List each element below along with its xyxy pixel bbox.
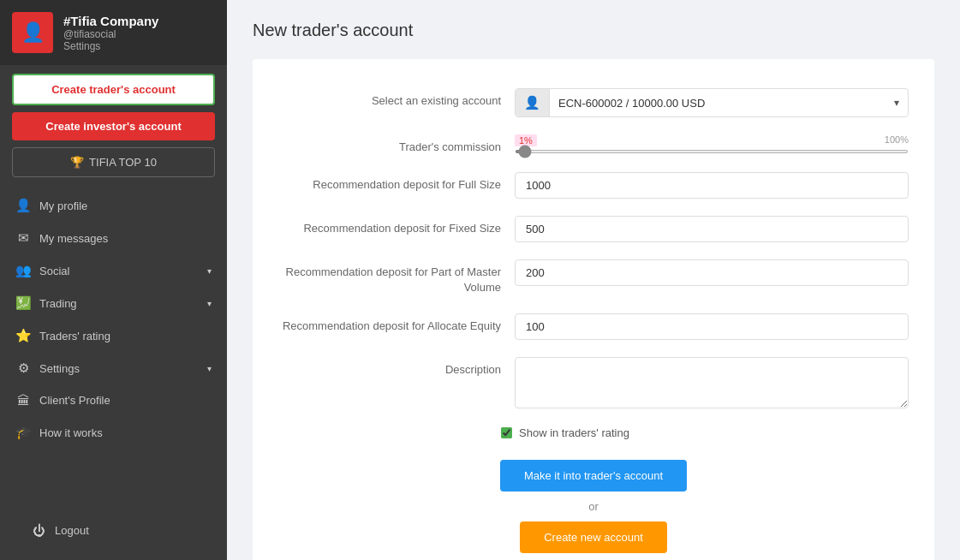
main-content: New trader's account Select an existing … bbox=[227, 0, 960, 560]
description-field bbox=[515, 357, 909, 411]
sidebar-item-social[interactable]: 👥 Social ▾ bbox=[0, 254, 227, 287]
settings-link[interactable]: Settings bbox=[63, 40, 158, 52]
profile-icon: 👤 bbox=[15, 198, 31, 213]
avatar-icon: 👤 bbox=[21, 21, 45, 44]
sidebar: 👤 #Tifia Company @tifiasocial Settings C… bbox=[0, 0, 227, 560]
select-account-label: Select an existing account bbox=[278, 88, 501, 109]
rec-part-master-row: Recommendation deposit for Part of Maste… bbox=[253, 251, 934, 304]
social-icon: 👥 bbox=[15, 263, 31, 278]
account-user-icon: 👤 bbox=[516, 89, 550, 116]
sidebar-item-label: My profile bbox=[39, 200, 87, 212]
select-account-wrap: 👤 ECN-600002 / 10000.00 USD ▾ bbox=[515, 88, 909, 117]
sidebar-footer: ⏻ Logout bbox=[0, 506, 227, 560]
trophy-icon: 🏆 bbox=[70, 156, 84, 169]
rec-part-master-label: Recommendation deposit for Part of Maste… bbox=[278, 259, 501, 295]
commission-label: Trader's commission bbox=[278, 134, 501, 155]
sidebar-item-label: Trading bbox=[39, 297, 77, 310]
avatar: 👤 bbox=[12, 12, 53, 53]
description-textarea[interactable] bbox=[515, 357, 909, 408]
description-label: Description bbox=[278, 357, 501, 378]
sidebar-item-label: My messages bbox=[39, 232, 108, 245]
sidebar-item-my-messages[interactable]: ✉ My messages bbox=[0, 222, 227, 254]
how-icon: 🎓 bbox=[15, 425, 31, 440]
chevron-down-icon: ▾ bbox=[207, 299, 212, 308]
rec-full-size-field bbox=[515, 172, 909, 199]
rating-icon: ⭐ bbox=[15, 328, 31, 343]
username: @tifiasocial bbox=[63, 28, 158, 40]
sidebar-item-clients-profile[interactable]: 🏛 Client's Profile bbox=[0, 384, 227, 416]
rec-fixed-size-label: Recommendation deposit for Fixed Size bbox=[278, 216, 501, 236]
sidebar-item-how-it-works[interactable]: 🎓 How it works bbox=[0, 416, 227, 449]
action-area: Make it into trader's account or Create … bbox=[253, 446, 934, 560]
rec-full-size-row: Recommendation deposit for Full Size bbox=[253, 164, 934, 207]
description-row: Description bbox=[253, 349, 934, 420]
create-investor-button[interactable]: Create investor's account bbox=[12, 112, 215, 140]
rec-allocate-equity-input[interactable] bbox=[515, 313, 909, 340]
rec-allocate-equity-label: Recommendation deposit for Allocate Equi… bbox=[278, 313, 501, 334]
messages-icon: ✉ bbox=[15, 230, 31, 246]
sidebar-item-settings[interactable]: ⚙ Settings ▾ bbox=[0, 352, 227, 384]
tifia-top-label: TIFIA TOP 10 bbox=[89, 156, 157, 169]
sidebar-item-label: Client's Profile bbox=[39, 394, 110, 407]
tifia-top-button[interactable]: 🏆 TIFIA TOP 10 bbox=[12, 147, 215, 177]
rec-allocate-equity-field bbox=[515, 313, 909, 340]
rec-fixed-size-row: Recommendation deposit for Fixed Size bbox=[253, 207, 934, 251]
sidebar-item-traders-rating[interactable]: ⭐ Traders' rating bbox=[0, 319, 227, 352]
rec-part-master-field bbox=[515, 259, 909, 286]
commission-slider[interactable] bbox=[515, 150, 909, 153]
form-card: Select an existing account 👤 ECN-600002 … bbox=[253, 59, 934, 560]
logout-item[interactable]: ⏻ Logout bbox=[15, 515, 212, 546]
rec-full-size-label: Recommendation deposit for Full Size bbox=[278, 172, 501, 193]
make-trader-button[interactable]: Make it into trader's account bbox=[500, 460, 687, 491]
chevron-down-icon: ▾ bbox=[207, 266, 212, 276]
logout-label: Logout bbox=[55, 524, 89, 537]
sidebar-item-label: Traders' rating bbox=[39, 330, 110, 343]
rec-full-size-input[interactable] bbox=[515, 172, 909, 199]
sidebar-item-label: How it works bbox=[39, 426, 103, 439]
show-rating-checkbox[interactable] bbox=[501, 427, 512, 438]
create-trader-button[interactable]: Create trader's account bbox=[12, 74, 215, 105]
select-account-field: 👤 ECN-600002 / 10000.00 USD ▾ bbox=[515, 88, 909, 117]
clients-icon: 🏛 bbox=[15, 393, 31, 408]
rec-allocate-equity-row: Recommendation deposit for Allocate Equi… bbox=[253, 305, 934, 349]
show-rating-label: Show in traders' rating bbox=[519, 426, 629, 439]
sidebar-item-my-profile[interactable]: 👤 My profile bbox=[0, 189, 227, 222]
show-rating-row: Show in traders' rating bbox=[253, 420, 934, 446]
logout-icon: ⏻ bbox=[31, 523, 46, 538]
rec-fixed-size-input[interactable] bbox=[515, 216, 909, 242]
rec-fixed-size-field bbox=[515, 216, 909, 242]
page-title: New trader's account bbox=[253, 21, 934, 40]
sidebar-buttons: Create trader's account Create investor'… bbox=[0, 65, 227, 186]
sidebar-item-trading[interactable]: 💹 Trading ▾ bbox=[0, 287, 227, 319]
sidebar-nav: 👤 My profile ✉ My messages 👥 Social ▾ 💹 … bbox=[0, 186, 227, 506]
select-chevron-icon: ▾ bbox=[885, 91, 908, 115]
sidebar-header: 👤 #Tifia Company @tifiasocial Settings bbox=[0, 0, 227, 65]
account-select[interactable]: ECN-600002 / 10000.00 USD bbox=[550, 91, 885, 116]
company-name: #Tifia Company bbox=[63, 14, 158, 28]
trading-icon: 💹 bbox=[15, 295, 31, 311]
create-new-account-button[interactable]: Create new account bbox=[520, 521, 667, 553]
commission-row: Trader's commission 1% 100% bbox=[253, 126, 934, 164]
sidebar-item-label: Social bbox=[39, 265, 69, 277]
rec-part-master-input[interactable] bbox=[515, 259, 909, 286]
header-info: #Tifia Company @tifiasocial Settings bbox=[63, 14, 158, 52]
commission-slider-field: 1% 100% bbox=[515, 134, 909, 153]
chevron-down-icon: ▾ bbox=[207, 364, 212, 373]
select-account-row: Select an existing account 👤 ECN-600002 … bbox=[253, 80, 934, 126]
settings-icon: ⚙ bbox=[15, 360, 31, 376]
or-text: or bbox=[588, 500, 599, 513]
sidebar-item-label: Settings bbox=[39, 362, 80, 375]
